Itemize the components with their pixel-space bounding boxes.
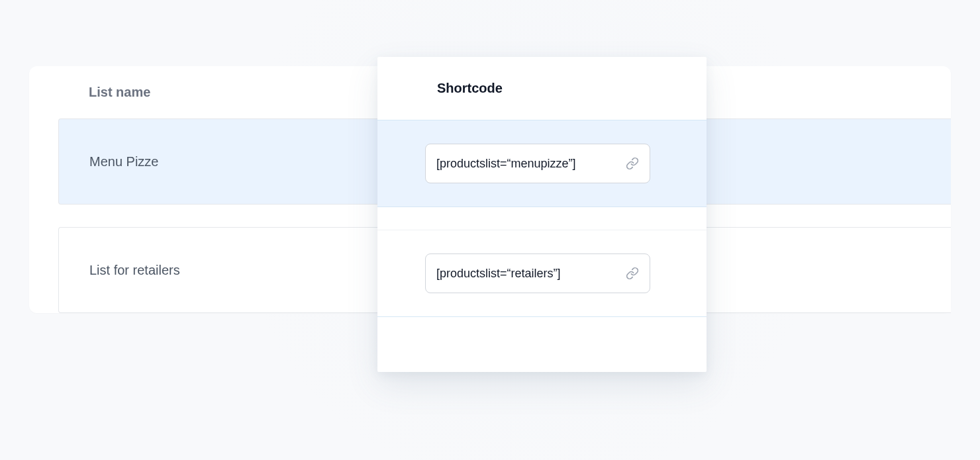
list-name-value: Menu Pizze bbox=[89, 154, 404, 169]
shortcode-popup: Shortcode [productslist=“menupizze”] [pr… bbox=[377, 57, 707, 372]
shortcode-value: [productslist=“retailers”] bbox=[436, 267, 620, 281]
popup-row: [productslist=“retailers”] bbox=[377, 230, 707, 317]
link-icon[interactable] bbox=[626, 157, 639, 170]
column-header-shortcode: Shortcode bbox=[437, 81, 680, 96]
shortcode-value: [productslist=“menupizze”] bbox=[436, 157, 620, 171]
popup-row: [productslist=“menupizze”] bbox=[377, 120, 707, 207]
column-header-listname: List name bbox=[89, 85, 403, 100]
popup-separator bbox=[377, 207, 707, 230]
shortcode-field[interactable]: [productslist=“menupizze”] bbox=[425, 144, 650, 183]
list-name-value: List for retailers bbox=[89, 263, 404, 278]
shortcode-field[interactable]: [productslist=“retailers”] bbox=[425, 253, 650, 293]
popup-header: Shortcode bbox=[377, 57, 707, 120]
link-icon[interactable] bbox=[626, 267, 639, 280]
